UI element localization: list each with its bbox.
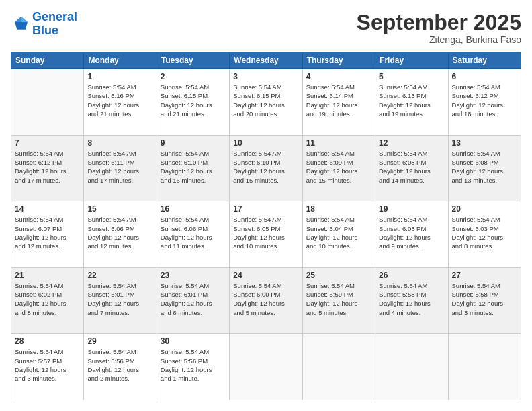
calendar-day-cell: 25Sunrise: 5:54 AM Sunset: 5:59 PM Dayli… bbox=[302, 267, 375, 334]
calendar-day-cell: 26Sunrise: 5:54 AM Sunset: 5:58 PM Dayli… bbox=[375, 267, 448, 334]
day-number: 2 bbox=[161, 72, 226, 81]
day-number: 30 bbox=[161, 336, 226, 346]
calendar-day-cell bbox=[302, 334, 375, 400]
calendar-day-cell: 5Sunrise: 5:54 AM Sunset: 6:13 PM Daylig… bbox=[375, 69, 448, 136]
logo-line1: General bbox=[32, 10, 77, 24]
day-info: Sunrise: 5:54 AM Sunset: 6:09 PM Dayligh… bbox=[306, 149, 371, 185]
day-number: 18 bbox=[306, 204, 371, 214]
day-number: 27 bbox=[452, 271, 517, 280]
day-number: 1 bbox=[87, 72, 152, 81]
day-info: Sunrise: 5:54 AM Sunset: 5:56 PM Dayligh… bbox=[161, 347, 226, 383]
location-subtitle: Zitenga, Burkina Faso bbox=[357, 34, 521, 45]
day-number: 13 bbox=[452, 138, 517, 148]
day-number: 9 bbox=[161, 138, 226, 148]
calendar-day-cell: 30Sunrise: 5:54 AM Sunset: 5:56 PM Dayli… bbox=[157, 334, 229, 400]
day-of-week-header: Friday bbox=[375, 52, 448, 69]
day-number: 7 bbox=[15, 138, 80, 148]
day-of-week-header: Sunday bbox=[11, 52, 84, 69]
day-info: Sunrise: 5:54 AM Sunset: 5:57 PM Dayligh… bbox=[15, 347, 80, 383]
calendar-day-cell: 29Sunrise: 5:54 AM Sunset: 5:56 PM Dayli… bbox=[84, 334, 157, 400]
day-info: Sunrise: 5:54 AM Sunset: 5:58 PM Dayligh… bbox=[379, 281, 444, 317]
day-number: 8 bbox=[87, 138, 152, 148]
calendar-day-cell: 20Sunrise: 5:54 AM Sunset: 6:03 PM Dayli… bbox=[448, 201, 521, 268]
calendar-week-row: 21Sunrise: 5:54 AM Sunset: 6:02 PM Dayli… bbox=[11, 267, 521, 334]
calendar-week-row: 14Sunrise: 5:54 AM Sunset: 6:07 PM Dayli… bbox=[11, 201, 521, 268]
calendar-day-cell: 1Sunrise: 5:54 AM Sunset: 6:16 PM Daylig… bbox=[84, 69, 157, 136]
day-info: Sunrise: 5:54 AM Sunset: 6:10 PM Dayligh… bbox=[161, 149, 226, 185]
calendar-week-row: 7Sunrise: 5:54 AM Sunset: 6:12 PM Daylig… bbox=[11, 135, 521, 201]
title-block: September 2025 Zitenga, Burkina Faso bbox=[357, 11, 521, 45]
day-of-week-header: Thursday bbox=[302, 52, 375, 69]
calendar-day-cell: 16Sunrise: 5:54 AM Sunset: 6:06 PM Dayli… bbox=[157, 201, 229, 268]
day-of-week-header: Monday bbox=[84, 52, 157, 69]
day-number: 24 bbox=[233, 271, 298, 280]
day-info: Sunrise: 5:54 AM Sunset: 6:06 PM Dayligh… bbox=[161, 215, 226, 250]
day-info: Sunrise: 5:54 AM Sunset: 6:13 PM Dayligh… bbox=[379, 83, 444, 118]
logo: General Blue bbox=[11, 11, 77, 38]
day-of-week-header: Wednesday bbox=[230, 52, 302, 69]
calendar-day-cell: 24Sunrise: 5:54 AM Sunset: 6:00 PM Dayli… bbox=[230, 267, 302, 334]
calendar-day-cell: 17Sunrise: 5:54 AM Sunset: 6:05 PM Dayli… bbox=[230, 201, 302, 268]
day-number: 5 bbox=[379, 72, 444, 81]
header: General Blue September 2025 Zitenga, Bur… bbox=[11, 11, 521, 45]
day-info: Sunrise: 5:54 AM Sunset: 6:12 PM Dayligh… bbox=[15, 149, 80, 185]
day-info: Sunrise: 5:54 AM Sunset: 6:00 PM Dayligh… bbox=[233, 281, 298, 317]
day-info: Sunrise: 5:54 AM Sunset: 6:12 PM Dayligh… bbox=[452, 83, 517, 118]
day-of-week-header: Saturday bbox=[448, 52, 521, 69]
day-number: 21 bbox=[15, 271, 80, 280]
day-info: Sunrise: 5:54 AM Sunset: 6:08 PM Dayligh… bbox=[379, 149, 444, 185]
day-info: Sunrise: 5:54 AM Sunset: 6:01 PM Dayligh… bbox=[161, 281, 226, 317]
day-number: 14 bbox=[15, 204, 80, 214]
day-of-week-header: Tuesday bbox=[157, 52, 229, 69]
day-number: 4 bbox=[306, 72, 371, 81]
calendar-day-cell: 2Sunrise: 5:54 AM Sunset: 6:15 PM Daylig… bbox=[157, 69, 229, 136]
calendar-day-cell: 28Sunrise: 5:54 AM Sunset: 5:57 PM Dayli… bbox=[11, 334, 84, 400]
calendar-day-cell: 13Sunrise: 5:54 AM Sunset: 6:08 PM Dayli… bbox=[448, 135, 521, 201]
day-info: Sunrise: 5:54 AM Sunset: 6:05 PM Dayligh… bbox=[233, 215, 298, 250]
calendar-day-cell: 12Sunrise: 5:54 AM Sunset: 6:08 PM Dayli… bbox=[375, 135, 448, 201]
day-number: 3 bbox=[233, 72, 298, 81]
day-info: Sunrise: 5:54 AM Sunset: 6:07 PM Dayligh… bbox=[15, 215, 80, 250]
calendar-day-cell: 6Sunrise: 5:54 AM Sunset: 6:12 PM Daylig… bbox=[448, 69, 521, 136]
page: General Blue September 2025 Zitenga, Bur… bbox=[0, 0, 532, 411]
day-number: 28 bbox=[15, 336, 80, 346]
svg-marker-2 bbox=[15, 17, 21, 22]
month-title: September 2025 bbox=[357, 11, 521, 34]
calendar-day-cell: 22Sunrise: 5:54 AM Sunset: 6:01 PM Dayli… bbox=[84, 267, 157, 334]
day-number: 29 bbox=[87, 336, 152, 346]
calendar-day-cell: 3Sunrise: 5:54 AM Sunset: 6:15 PM Daylig… bbox=[230, 69, 302, 136]
day-info: Sunrise: 5:54 AM Sunset: 6:10 PM Dayligh… bbox=[233, 149, 298, 185]
calendar-day-cell: 19Sunrise: 5:54 AM Sunset: 6:03 PM Dayli… bbox=[375, 201, 448, 268]
calendar-week-row: 28Sunrise: 5:54 AM Sunset: 5:57 PM Dayli… bbox=[11, 334, 521, 400]
svg-marker-1 bbox=[21, 17, 28, 22]
day-number: 12 bbox=[379, 138, 444, 148]
calendar-day-cell bbox=[11, 69, 84, 136]
day-info: Sunrise: 5:54 AM Sunset: 6:01 PM Dayligh… bbox=[87, 281, 152, 317]
calendar-day-cell: 27Sunrise: 5:54 AM Sunset: 5:58 PM Dayli… bbox=[448, 267, 521, 334]
calendar-day-cell: 14Sunrise: 5:54 AM Sunset: 6:07 PM Dayli… bbox=[11, 201, 84, 268]
day-info: Sunrise: 5:54 AM Sunset: 6:11 PM Dayligh… bbox=[87, 149, 152, 185]
calendar-day-cell bbox=[230, 334, 302, 400]
day-info: Sunrise: 5:54 AM Sunset: 6:03 PM Dayligh… bbox=[379, 215, 444, 250]
day-info: Sunrise: 5:54 AM Sunset: 6:03 PM Dayligh… bbox=[452, 215, 517, 250]
day-info: Sunrise: 5:54 AM Sunset: 6:14 PM Dayligh… bbox=[306, 83, 371, 118]
day-info: Sunrise: 5:54 AM Sunset: 6:15 PM Dayligh… bbox=[233, 83, 298, 118]
day-number: 11 bbox=[306, 138, 371, 148]
day-number: 17 bbox=[233, 204, 298, 214]
day-info: Sunrise: 5:54 AM Sunset: 6:04 PM Dayligh… bbox=[306, 215, 371, 250]
day-number: 19 bbox=[379, 204, 444, 214]
calendar-day-cell: 9Sunrise: 5:54 AM Sunset: 6:10 PM Daylig… bbox=[157, 135, 229, 201]
calendar-day-cell: 10Sunrise: 5:54 AM Sunset: 6:10 PM Dayli… bbox=[230, 135, 302, 201]
day-number: 6 bbox=[452, 72, 517, 81]
day-info: Sunrise: 5:54 AM Sunset: 5:56 PM Dayligh… bbox=[87, 347, 152, 383]
day-number: 15 bbox=[87, 204, 152, 214]
calendar-day-cell bbox=[375, 334, 448, 400]
calendar-day-cell: 23Sunrise: 5:54 AM Sunset: 6:01 PM Dayli… bbox=[157, 267, 229, 334]
day-number: 23 bbox=[161, 271, 226, 280]
calendar-table: SundayMondayTuesdayWednesdayThursdayFrid… bbox=[11, 52, 521, 400]
day-number: 26 bbox=[379, 271, 444, 280]
calendar-day-cell: 11Sunrise: 5:54 AM Sunset: 6:09 PM Dayli… bbox=[302, 135, 375, 201]
day-number: 25 bbox=[306, 271, 371, 280]
logo-text: General Blue bbox=[32, 11, 77, 38]
day-info: Sunrise: 5:54 AM Sunset: 6:16 PM Dayligh… bbox=[87, 83, 152, 118]
